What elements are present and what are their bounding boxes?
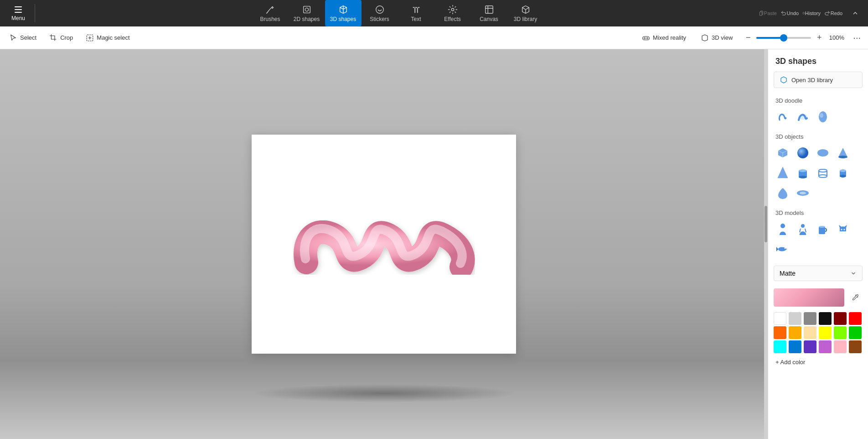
svg-point-23: [799, 169, 807, 172]
color-swatch-black[interactable]: [819, 312, 832, 325]
3d-model-mug[interactable]: [814, 220, 832, 238]
color-swatch-green[interactable]: [849, 326, 862, 339]
right-panel: 3D shapes Open 3D library 3D doodle: [768, 49, 868, 439]
section-3d-models-label: 3D models: [768, 206, 868, 218]
canvas-background: [0, 49, 768, 439]
magic-select-button[interactable]: Magic select: [80, 31, 135, 45]
redo-button[interactable]: Redo: [824, 4, 842, 22]
eyedropper-button[interactable]: [848, 290, 863, 305]
3d-model-person2[interactable]: [794, 220, 812, 238]
svg-point-33: [800, 192, 806, 194]
3d-cone[interactable]: [834, 144, 852, 162]
color-swatch-darkred[interactable]: [834, 312, 847, 325]
color-swatch-orange[interactable]: [774, 326, 786, 339]
3d-model-fish[interactable]: [774, 240, 792, 258]
canvas-area[interactable]: [0, 49, 768, 439]
toolbar-effects[interactable]: Effects: [434, 0, 471, 26]
color-swatch-lime[interactable]: [834, 326, 847, 339]
collapse-button[interactable]: [846, 4, 864, 22]
canvas-shadow: [252, 384, 516, 402]
svg-rect-7: [485, 5, 493, 13]
svg-rect-12: [643, 37, 650, 40]
color-swatch-brown[interactable]: [849, 340, 862, 353]
crop-button[interactable]: Crop: [44, 31, 78, 45]
toolbar-text[interactable]: Text: [398, 0, 434, 26]
svg-point-28: [819, 175, 827, 178]
section-3d-objects-label: 3D objects: [768, 130, 868, 142]
color-swatch-amber[interactable]: [789, 326, 801, 339]
zoom-in-button[interactable]: +: [813, 31, 826, 44]
3d-cube[interactable]: [774, 144, 792, 162]
color-swatch-gray[interactable]: [804, 312, 816, 325]
zoom-percent: 100%: [827, 34, 846, 41]
3d-models-grid: [768, 218, 868, 262]
color-swatch-blue[interactable]: [789, 340, 801, 353]
3d-capsule[interactable]: [834, 164, 852, 182]
3d-model-cat[interactable]: [834, 220, 852, 238]
top-toolbar: Menu Brushes 2D shapes 3D shapes: [0, 0, 868, 26]
scrollbar-thumb[interactable]: [765, 206, 767, 242]
3d-objects-grid: [768, 142, 868, 206]
color-swatch-pink[interactable]: [834, 340, 847, 353]
main-content: 3D shapes Open 3D library 3D doodle: [0, 49, 868, 439]
color-swatch-white[interactable]: [774, 312, 786, 325]
color-swatch-lightyellow[interactable]: [804, 326, 816, 339]
svg-point-13: [644, 37, 646, 39]
toolbar-brushes[interactable]: Brushes: [252, 0, 289, 26]
open-3d-library-button[interactable]: Open 3D library: [774, 72, 863, 88]
svg-point-38: [841, 229, 842, 230]
undo-button[interactable]: Undo: [780, 4, 799, 22]
3d-hollow-cylinder[interactable]: [814, 164, 832, 182]
svg-point-39: [844, 229, 845, 230]
paste-button[interactable]: Paste: [759, 4, 777, 22]
toolbar-3d-shapes[interactable]: 3D shapes: [325, 0, 362, 26]
color-preview-box[interactable]: [774, 288, 844, 307]
color-swatch-lightgray[interactable]: [789, 312, 801, 325]
3d-sphere[interactable]: [794, 144, 812, 162]
svg-point-25: [819, 169, 827, 172]
white-canvas: [252, 135, 516, 354]
color-swatch-purple[interactable]: [804, 340, 816, 353]
toolbar-right: Paste Undo History Redo: [759, 4, 864, 22]
svg-rect-36: [819, 227, 825, 234]
3d-teardrop[interactable]: [774, 184, 792, 202]
color-swatch-red[interactable]: [849, 312, 862, 325]
toolbar-canvas[interactable]: Canvas: [471, 0, 507, 26]
color-swatch-violet[interactable]: [819, 340, 832, 353]
select-button[interactable]: Select: [4, 31, 42, 45]
toolbar-3d-library[interactable]: 3D library: [507, 0, 544, 26]
3d-view-button[interactable]: 3D view: [695, 31, 738, 45]
mixed-reality-button[interactable]: Mixed reality: [636, 31, 692, 45]
history-button[interactable]: History: [802, 4, 821, 22]
material-dropdown[interactable]: Matte: [774, 266, 863, 281]
toolbar-2d-shapes[interactable]: 2D shapes: [289, 0, 325, 26]
3d-disc[interactable]: [794, 184, 812, 202]
doodle-shape-3[interactable]: [814, 108, 832, 126]
toolbar-group: Brushes 2D shapes 3D shapes Stickers: [37, 0, 759, 26]
more-options-button[interactable]: ···: [849, 31, 864, 45]
svg-point-37: [819, 226, 825, 228]
doodle-shape-1[interactable]: [774, 108, 792, 126]
3d-cylinder[interactable]: [794, 164, 812, 182]
vertical-scrollbar[interactable]: [764, 49, 768, 439]
color-swatch-cyan[interactable]: [774, 340, 786, 353]
3d-model-person1[interactable]: [774, 220, 792, 238]
3d-oval[interactable]: [814, 144, 832, 162]
menu-button[interactable]: Menu: [4, 0, 33, 26]
zoom-slider[interactable]: [756, 37, 811, 39]
svg-rect-3: [303, 6, 310, 13]
doodle-shape-2[interactable]: [794, 108, 812, 126]
svg-point-20: [817, 149, 828, 157]
svg-point-4: [305, 8, 308, 11]
color-preview-row: [768, 285, 868, 310]
svg-point-31: [840, 175, 846, 178]
color-swatch-yellow[interactable]: [819, 326, 832, 339]
add-color-button[interactable]: + Add color: [768, 355, 868, 369]
3d-sharp-cone[interactable]: [774, 164, 792, 182]
zoom-out-button[interactable]: −: [742, 31, 754, 44]
panel-title: 3D shapes: [768, 49, 868, 70]
3d-doodle-object[interactable]: [293, 199, 475, 290]
color-palette: [768, 310, 868, 355]
toolbar-stickers[interactable]: Stickers: [362, 0, 398, 26]
svg-rect-9: [760, 12, 762, 16]
